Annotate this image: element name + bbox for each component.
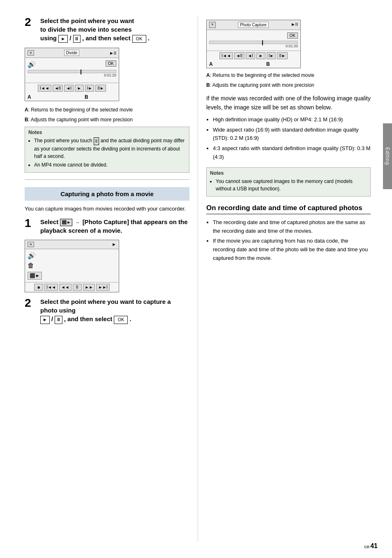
ctrl-btn-2[interactable]: ◄I xyxy=(64,85,74,92)
a-label-right: A xyxy=(209,61,213,67)
step2b-header: 2 Select the point where you want to cap… xyxy=(25,297,189,324)
b-label-right: B xyxy=(266,61,270,67)
ctrl-btn-0[interactable]: I◄◄ xyxy=(38,85,51,92)
a-label: A xyxy=(28,94,31,100)
ab-labels-right: A B xyxy=(207,60,272,68)
divide-ui-box: × Divide ►II 🔊 OK 0:01:20 I◄◄ xyxy=(25,48,119,101)
play-pause-right[interactable]: ►II xyxy=(291,22,298,28)
recording-item-1: If the movie you are capturing from has … xyxy=(213,237,371,262)
quality-list: High definition image quality (HD) or MP… xyxy=(206,116,371,162)
trash-icon: 🗑 xyxy=(28,262,116,269)
ctrl2-btn-4[interactable]: ►► xyxy=(83,284,95,291)
ok-ui-btn[interactable]: OK xyxy=(106,60,116,67)
play-button-2b[interactable]: ► xyxy=(40,316,50,324)
divide-label: Divide xyxy=(64,50,80,56)
ctrl2-btn-0[interactable]: ■ xyxy=(34,284,43,291)
pause-button-inline[interactable]: II xyxy=(73,35,81,43)
step2-text: Select the point where you want to divid… xyxy=(40,16,150,43)
play-icon-2[interactable]: ► xyxy=(112,242,116,247)
notes-list-right: You cannot save captured images to the m… xyxy=(210,178,367,192)
recording-item-0: The recording date and time of captured … xyxy=(213,218,371,236)
recording-list: The recording date and time of captured … xyxy=(206,218,371,263)
capturing-section-box: Capturing a photo from a movie xyxy=(25,187,189,201)
photo-select-icon[interactable]: ⬛► xyxy=(60,219,72,226)
quality-item-2: 4:3 aspect ratio with standard definitio… xyxy=(213,144,371,162)
pause-icon-note: II xyxy=(94,137,99,145)
quality-item-1: Wide aspect ratio (16:9) with standard d… xyxy=(213,126,371,143)
b-label: B xyxy=(85,94,88,100)
ui-controls-2: ■ I◄◄ ◄◄ II ►► ►►I xyxy=(25,282,119,292)
step2b-text-block: Select the point where you want to captu… xyxy=(40,297,189,324)
notes-box-1: Notes The point where you touch II and t… xyxy=(25,127,189,172)
timecode-right: 0:01:20 xyxy=(209,44,298,48)
notes-title-right: Notes xyxy=(210,170,367,176)
step2-number: 2 xyxy=(25,16,36,28)
ok-ui-btn-right[interactable]: OK xyxy=(287,32,298,39)
rctrl-btn-3[interactable]: ► xyxy=(256,52,265,59)
ok-button-inline[interactable]: OK xyxy=(132,35,146,43)
close-button-2[interactable]: × xyxy=(28,242,34,247)
ctrl-btn-4[interactable]: I► xyxy=(85,85,95,92)
ab-labels: A B xyxy=(25,93,91,101)
pause-button-2b[interactable]: II xyxy=(55,316,62,324)
ctrl2-btn-1[interactable]: I◄◄ xyxy=(44,284,58,291)
rctrl-btn-1[interactable]: ◄II xyxy=(234,52,244,59)
notes-title-1: Notes xyxy=(28,130,186,135)
rctrl-btn-0[interactable]: I◄◄ xyxy=(219,52,233,59)
close-button[interactable]: × xyxy=(28,50,34,56)
note-item-0: The point where you touch II and the act… xyxy=(34,137,186,160)
ctrl-btn-5[interactable]: II► xyxy=(95,85,106,92)
section-description: You can capture images from movies recor… xyxy=(25,205,189,213)
photo-capture-label: Photo Capture xyxy=(238,22,269,28)
note-item-1: An MP4 movie cannot be divided. xyxy=(34,161,186,169)
timecode: 0:01:20 xyxy=(28,73,116,77)
editing-tab: Editing xyxy=(383,123,392,189)
step1-text-block: Select ⬛► → [Photo Capture] that appears… xyxy=(40,218,189,235)
timeline-right[interactable] xyxy=(209,41,298,44)
recording-date-section: On recording date and time of captured p… xyxy=(206,204,371,214)
speaker-icon: 🔊 xyxy=(28,60,116,68)
ui-controls-right: I◄◄ ◄II ◄I ► I► II► xyxy=(207,51,300,60)
notes-box-right: Notes You cannot save captured images to… xyxy=(206,167,371,197)
a-description: A: Returns to the beginning of the selec… xyxy=(25,106,189,113)
notes-list-1: The point where you touch II and the act… xyxy=(28,137,186,168)
close-button-right[interactable]: × xyxy=(209,22,216,28)
step1-number: 1 xyxy=(25,218,36,229)
step1-header: 1 Select ⬛► → [Photo Capture] that appea… xyxy=(25,218,189,235)
ui-controls: I◄◄ ◄II ◄I ► I► II► xyxy=(25,83,119,93)
page-number: 41 xyxy=(370,542,378,550)
playback-ui-box: × ► 🔊 🗑 ⬛► ■ I◄◄ ◄◄ II ►► ►►I xyxy=(25,240,119,292)
ok-button-2b[interactable]: OK xyxy=(114,316,128,324)
ctrl2-btn-3[interactable]: II xyxy=(73,284,82,291)
rctrl-btn-4[interactable]: I► xyxy=(267,52,276,59)
photo-capture-ui-box: × Photo Capture ►II OK 0:01:20 I◄◄ ◄II xyxy=(206,20,301,68)
ctrl-btn-1[interactable]: ◄II xyxy=(53,85,63,92)
ctrl-btn-3[interactable]: ► xyxy=(75,85,84,92)
play-button-inline[interactable]: ► xyxy=(58,35,68,43)
timeline[interactable] xyxy=(28,70,116,73)
step2-header: 2 Select the point where you want to div… xyxy=(25,16,189,43)
ctrl2-btn-5[interactable]: ►►I xyxy=(96,284,110,291)
b-description-right: B: Adjusts the capturing point with more… xyxy=(206,81,371,89)
quality-intro: If the movie was recorded with one of th… xyxy=(206,94,371,112)
step2b-number: 2 xyxy=(25,297,36,309)
ctrl2-btn-2[interactable]: ◄◄ xyxy=(59,284,71,291)
b-description: B: Adjusts the capturing point with more… xyxy=(25,116,189,123)
speaker-icon-2: 🔊 xyxy=(28,252,116,259)
quality-item-0: High definition image quality (HD) or MP… xyxy=(213,116,371,124)
play-pause-icon[interactable]: ►II xyxy=(109,51,116,56)
rctrl-btn-5[interactable]: II► xyxy=(277,52,287,59)
a-description-right: A: Returns to the beginning of the selec… xyxy=(206,72,371,79)
gb-label: GB xyxy=(364,545,369,549)
photo-capture-icon[interactable]: ⬛► xyxy=(28,272,42,280)
rctrl-btn-2[interactable]: ◄I xyxy=(246,52,255,59)
note-right-0: You cannot save captured images to the m… xyxy=(216,178,367,192)
